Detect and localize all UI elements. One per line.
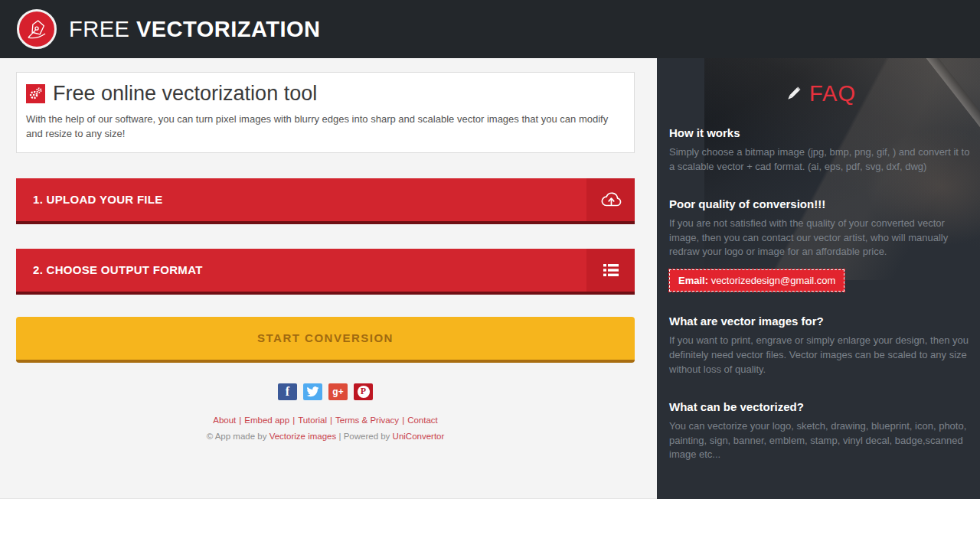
- link-separator: |: [292, 416, 295, 425]
- link-separator: |: [330, 416, 332, 425]
- link-tutorial[interactable]: Tutorial: [298, 416, 327, 425]
- faq-title: FAQ: [809, 81, 856, 106]
- faq-section-vector-images-for: What are vector images for? If you want …: [669, 315, 971, 377]
- faq-heading: What are vector images for?: [669, 315, 971, 328]
- link-contact[interactable]: Contact: [407, 416, 438, 425]
- intro-head: Free online vectorization tool: [26, 82, 623, 106]
- faq-body: If you are not satisfied with the qualit…: [669, 217, 971, 260]
- faq-heading: What can be vectorized?: [669, 400, 971, 413]
- faq-body: You can vectorize your logo, sketch, dra…: [669, 419, 971, 463]
- page-title: Free online vectorization tool: [53, 82, 317, 106]
- google-plus-icon[interactable]: g+: [328, 383, 348, 400]
- intro-box: Free online vectorization tool With the …: [16, 72, 635, 153]
- main-column: Free online vectorization tool With the …: [0, 58, 657, 499]
- faq-body: If you want to print, engrave or simply …: [669, 334, 971, 377]
- credit-prefix: © App made by: [207, 432, 267, 441]
- site-title: FREE VECTORIZATION: [69, 17, 321, 42]
- faq-section-how-it-works: How it works Simply choose a bitmap imag…: [669, 126, 971, 174]
- footer-links: About|Embed app|Tutorial|Terms & Privacy…: [16, 416, 635, 425]
- pencil-icon: [784, 85, 802, 103]
- site-title-light: FREE: [69, 17, 129, 41]
- link-embed-app[interactable]: Embed app: [244, 416, 289, 425]
- facebook-icon[interactable]: f: [278, 383, 297, 400]
- link-separator: |: [402, 416, 404, 425]
- upload-file-label: 1. UPLOAD YOUR FILE: [16, 178, 586, 221]
- link-about[interactable]: About: [213, 416, 236, 425]
- social-share-row: f g+ P: [16, 383, 635, 400]
- upload-file-button[interactable]: 1. UPLOAD YOUR FILE: [16, 178, 635, 224]
- pinterest-icon[interactable]: P: [354, 383, 373, 400]
- choose-format-button[interactable]: 2. CHOOSE OUTPUT FORMAT: [16, 249, 635, 295]
- choose-format-label: 2. CHOOSE OUTPUT FORMAT: [16, 249, 586, 292]
- site-logo[interactable]: [17, 9, 57, 49]
- intro-description: With the help of our software, you can t…: [26, 112, 623, 142]
- cloud-upload-icon: [586, 178, 635, 221]
- app-header: FREE VECTORIZATION: [0, 0, 980, 58]
- gears-icon: [26, 84, 45, 103]
- uniconvertor-link[interactable]: UniConvertor: [393, 432, 445, 441]
- link-separator: |: [239, 416, 241, 425]
- credit-line: © App made by Vectorize images | Powered…: [16, 432, 635, 441]
- format-list-icon: [586, 249, 635, 292]
- pinterest-letter: P: [358, 386, 370, 398]
- contact-email-badge[interactable]: Email: vectorizedesign@gmail.com: [669, 269, 844, 292]
- faq-body: Simply choose a bitmap image (jpg, bmp, …: [669, 145, 971, 174]
- vectorize-images-link[interactable]: Vectorize images: [270, 432, 337, 441]
- faq-heading: Poor quality of conversion!!!: [669, 197, 971, 210]
- page-content: Free online vectorization tool With the …: [0, 58, 980, 499]
- faq-sidebar: FAQ How it works Simply choose a bitmap …: [657, 58, 980, 499]
- twitter-icon[interactable]: [303, 383, 322, 400]
- faq-section-poor-quality: Poor quality of conversion!!! If you are…: [669, 197, 971, 292]
- faq-heading: How it works: [669, 126, 971, 139]
- start-conversion-button[interactable]: START CONVERSION: [16, 317, 635, 363]
- link-terms-privacy[interactable]: Terms & Privacy: [335, 416, 399, 425]
- site-title-bold: VECTORIZATION: [136, 17, 321, 41]
- faq-header: FAQ: [669, 81, 971, 106]
- faq-section-what-can-be-vectorized: What can be vectorized? You can vectoriz…: [669, 400, 971, 463]
- credit-mid: | Powered by: [338, 432, 390, 441]
- email-label: Email:: [678, 275, 708, 286]
- email-address: vectorizedesign@gmail.com: [711, 275, 836, 286]
- pen-nib-icon: [24, 16, 50, 42]
